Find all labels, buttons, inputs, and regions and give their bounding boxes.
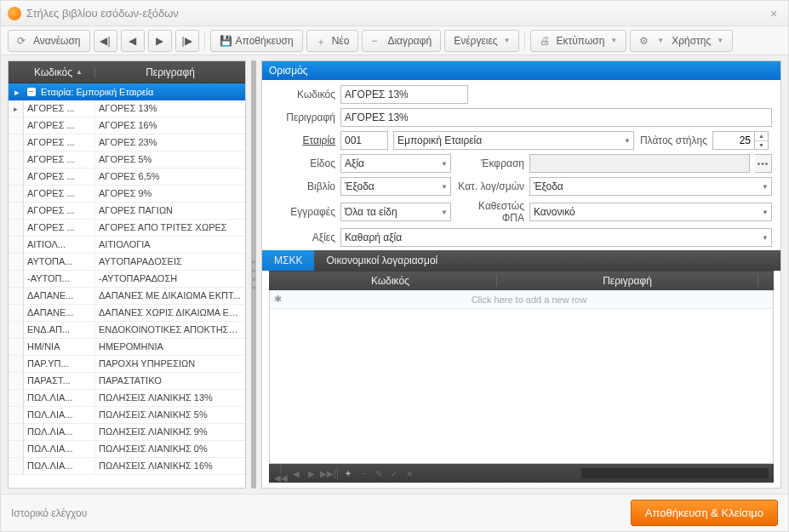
- cell-desc: ΔΑΠΑΝΕΣ ΜΕ ΔΙΚΑΙΩΜΑ ΕΚΠΤ...: [95, 288, 245, 305]
- sg-last-icon[interactable]: ▶▶|: [320, 469, 334, 478]
- company-code-field[interactable]: [340, 131, 388, 150]
- colwidth-input[interactable]: [712, 131, 755, 150]
- table-row[interactable]: ΠΩΛ.ΛΙΑ...ΠΩΛΗΣΕΙΣ ΛΙΑΝΙΚΗΣ 9%: [9, 424, 245, 441]
- sub-col-desc[interactable]: Περιγραφή: [497, 275, 758, 287]
- entries-select[interactable]: Όλα τα είδη▼: [340, 203, 451, 221]
- nav-next-button[interactable]: ▶: [148, 30, 172, 52]
- row-gutter: [9, 356, 24, 373]
- sg-ok-icon[interactable]: ✓: [387, 469, 401, 478]
- minus-icon: −: [371, 35, 383, 47]
- table-row[interactable]: ΗΜ/ΝΙΑΗΜΕΡΟΜΗΝΙΑ: [9, 339, 245, 356]
- cell-desc: ΠΩΛΗΣΕΙΣ ΛΙΑΝΙΚΗΣ 0%: [95, 441, 245, 458]
- sg-cancel-icon[interactable]: ✕: [403, 469, 416, 478]
- desc-field[interactable]: [340, 108, 772, 127]
- close-icon[interactable]: ×: [766, 7, 781, 20]
- expr-field[interactable]: [529, 154, 750, 173]
- table-row[interactable]: ΔΑΠΑΝΕ...ΔΑΠΑΝΕΣ ΧΩΡΙΣ ΔΙΚΑΙΩΜΑ ΕΚ...: [9, 305, 245, 322]
- row-gutter: [9, 169, 24, 186]
- vat-select[interactable]: Κανονικό▼: [529, 203, 772, 221]
- row-gutter: [9, 373, 24, 390]
- group-row[interactable]: ▸−Εταιρία: Εμπορική Εταιρεία: [9, 83, 245, 100]
- table-row[interactable]: ΑΓΟΡΕΣ ...ΑΓΟΡΕΣ 9%: [9, 186, 245, 203]
- expr-picker-button[interactable]: •••: [755, 154, 772, 173]
- splitter[interactable]: [251, 60, 256, 489]
- step-up-icon[interactable]: ▲: [755, 132, 768, 141]
- colwidth-stepper[interactable]: ▲ ▼: [712, 131, 772, 150]
- table-row[interactable]: ΠΩΛ.ΛΙΑ...ΠΩΛΗΣΕΙΣ ΛΙΑΝΙΚΗΣ 16%: [9, 458, 245, 475]
- table-row[interactable]: ΠΩΛ.ΛΙΑ...ΠΩΛΗΣΕΙΣ ΛΙΑΝΙΚΗΣ 0%: [9, 441, 245, 458]
- sub-grid-body[interactable]: ✱ Click here to add a new row: [269, 290, 774, 464]
- col-header-desc[interactable]: Περιγραφή: [95, 66, 245, 78]
- history-link[interactable]: Ιστορικό ελέγχου: [11, 507, 87, 519]
- table-row[interactable]: ΠΑΡ.ΥΠ...ΠΑΡΟΧΗ ΥΠΗΡΕΣΙΩΝ: [9, 356, 245, 373]
- cell-desc: ΑΥΤΟΠΑΡΑΔΟΣΕΙΣ: [95, 254, 245, 271]
- sg-next-icon[interactable]: ▶: [305, 469, 318, 478]
- gear-icon: ⚙: [639, 35, 651, 47]
- cell-desc: ΕΝΔΟΚΟΙΝΟΤΙΚΕΣ ΑΠΟΚΤΗΣΕΙΣ: [95, 322, 245, 339]
- cell-desc: ΠΩΛΗΣΕΙΣ ΛΙΑΝΙΚΗΣ 5%: [95, 407, 245, 424]
- user-button[interactable]: ⚙ ▼ Χρήστης ▼: [630, 30, 733, 52]
- label-values: Αξίες: [271, 232, 335, 243]
- window-title: Στήλες βιβλίου εσόδων-εξόδων: [26, 7, 766, 20]
- tab-accounts[interactable]: Οικονομικοί λογαριασμοί: [314, 250, 449, 271]
- table-row[interactable]: ΠΑΡΑΣΤ...ΠΑΡΑΣΤΑΤΙΚΟ: [9, 373, 245, 390]
- label-entries: Εγγραφές: [271, 206, 335, 218]
- sg-remove-icon[interactable]: −: [357, 469, 370, 478]
- collapse-icon[interactable]: −: [27, 88, 36, 96]
- cell-code: ΑΓΟΡΕΣ ...: [24, 220, 95, 237]
- sg-prev-icon[interactable]: ◀: [289, 469, 303, 478]
- sub-grid-footer: |◀◀ ◀ ▶ ▶▶| ＋ − ✎ ✓ ✕: [269, 464, 774, 483]
- table-row[interactable]: ΑΥΤΟΠΑ...ΑΥΤΟΠΑΡΑΔΟΣΕΙΣ: [9, 254, 245, 271]
- sg-add-icon[interactable]: ＋: [341, 467, 355, 479]
- company-select[interactable]: Εμπορική Εταιρεία ▼: [393, 131, 634, 150]
- new-button[interactable]: ＋ Νέο: [306, 30, 359, 52]
- nav-last-button[interactable]: |▶: [175, 30, 199, 52]
- code-field[interactable]: [340, 85, 468, 104]
- col-header-code[interactable]: Κωδικός ▲: [22, 66, 95, 78]
- chevron-down-icon: ▼: [624, 137, 631, 145]
- table-row[interactable]: ΑΓΟΡΕΣ ...ΑΓΟΡΕΣ 6,5%: [9, 169, 245, 186]
- actions-button[interactable]: Ενέργειες ▼: [444, 30, 519, 52]
- new-row[interactable]: ✱ Click here to add a new row: [270, 290, 773, 309]
- refresh-button[interactable]: ⟳ Ανανέωση: [8, 30, 90, 52]
- save-button[interactable]: 💾 Αποθήκευση: [210, 30, 303, 52]
- print-button[interactable]: 🖨 Εκτύπωση ▼: [530, 30, 626, 52]
- table-row[interactable]: ΔΑΠΑΝΕ...ΔΑΠΑΝΕΣ ΜΕ ΔΙΚΑΙΩΜΑ ΕΚΠΤ...: [9, 288, 245, 305]
- row-gutter: [9, 134, 24, 152]
- nav-prev-button[interactable]: ◀: [121, 30, 145, 52]
- acct-cat-select[interactable]: Έξοδα▼: [529, 177, 772, 196]
- table-row[interactable]: ΑΓΟΡΕΣ ...ΑΓΟΡΕΣ 5%: [9, 152, 245, 169]
- table-row[interactable]: ΕΝΔ.ΑΠ...ΕΝΔΟΚΟΙΝΟΤΙΚΕΣ ΑΠΟΚΤΗΣΕΙΣ: [9, 322, 245, 339]
- sort-asc-icon: ▲: [76, 68, 83, 76]
- table-row[interactable]: ΑΓΟΡΕΣ ...ΑΓΟΡΕΣ 23%: [9, 134, 245, 152]
- table-row[interactable]: ΑΓΟΡΕΣ ...ΑΓΟΡΕΣ ΑΠΟ ΤΡΙΤΕΣ ΧΩΡΕΣ: [9, 220, 245, 237]
- tab-mskk[interactable]: ΜΣΚΚ: [262, 250, 314, 271]
- cell-code: ΑΓΟΡΕΣ ...: [24, 134, 95, 152]
- sg-hscroll[interactable]: [581, 468, 769, 478]
- step-down-icon[interactable]: ▼: [755, 141, 768, 150]
- cell-desc: ΠΩΛΗΣΕΙΣ ΛΙΑΝΙΚΗΣ 16%: [95, 458, 245, 475]
- table-row[interactable]: ΠΩΛ.ΛΙΑ...ΠΩΛΗΣΕΙΣ ΛΙΑΝΙΚΗΣ 5%: [9, 407, 245, 424]
- grid-body[interactable]: ▸−Εταιρία: Εμπορική Εταιρεία▸ΑΓΟΡΕΣ ...Α…: [9, 83, 245, 488]
- table-row[interactable]: ΑΓΟΡΕΣ ...ΑΓΟΡΕΣ 16%: [9, 117, 245, 134]
- table-row[interactable]: ΑΓΟΡΕΣ ...ΑΓΟΡΕΣ ΠΑΓΙΩΝ: [9, 203, 245, 220]
- table-row[interactable]: ▸ΑΓΟΡΕΣ ...ΑΓΟΡΕΣ 13%: [9, 100, 245, 117]
- cell-desc: ΠΑΡΟΧΗ ΥΠΗΡΕΣΙΩΝ: [95, 356, 245, 373]
- cell-code: ΔΑΠΑΝΕ...: [24, 305, 95, 322]
- table-row[interactable]: -ΑΥΤΟΠ...-ΑΥΤΟΠΑΡΑΔΟΣΗ: [9, 271, 245, 288]
- sg-edit-icon[interactable]: ✎: [372, 469, 386, 478]
- cell-desc: ΑΓΟΡΕΣ 9%: [95, 186, 245, 203]
- table-row[interactable]: ΠΩΛ.ΛΙΑ...ΠΩΛΗΣΕΙΣ ΛΙΑΝΙΚΗΣ 13%: [9, 390, 245, 407]
- sub-col-code[interactable]: Κωδικός: [284, 275, 497, 287]
- kind-select[interactable]: Αξία▼: [340, 154, 451, 173]
- sg-first-icon[interactable]: |◀◀: [274, 464, 288, 483]
- delete-button[interactable]: − Διαγραφή: [362, 30, 441, 52]
- table-row[interactable]: ΑΙΤΙΟΛ...ΑΙΤΙΟΛΟΓΙΑ: [9, 237, 245, 254]
- save-close-button[interactable]: Αποθήκευση & Κλείσιμο: [631, 500, 778, 526]
- label-company[interactable]: Εταιρία: [271, 134, 335, 146]
- nav-first-button[interactable]: ◀|: [94, 30, 117, 52]
- book-select[interactable]: Έξοδα▼: [340, 177, 451, 196]
- book-value: Έξοδα: [345, 180, 374, 192]
- values-select[interactable]: Καθαρή αξία▼: [340, 228, 772, 247]
- chevron-down-icon: ▼: [441, 183, 448, 191]
